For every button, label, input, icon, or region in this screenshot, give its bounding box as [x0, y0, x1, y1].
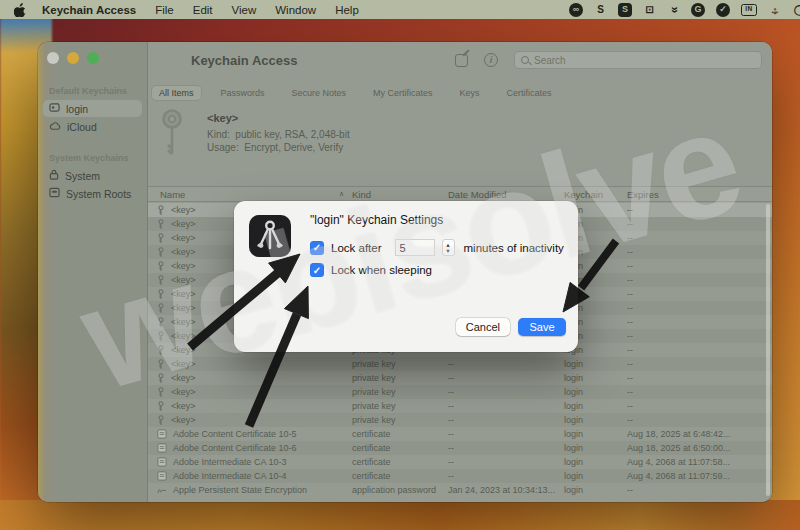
item-name: <key>	[171, 275, 196, 285]
cell-expires: --	[627, 415, 772, 425]
item-name: Adobe Content Certificate 10-6	[173, 443, 297, 453]
screenshot-icon[interactable]: ⊡	[643, 3, 656, 17]
key-icon	[157, 415, 165, 426]
double-chevron-down-icon[interactable]: «	[667, 3, 681, 16]
menu-item-help[interactable]: Help	[335, 4, 359, 16]
key-icon	[157, 261, 165, 272]
menu-app-name[interactable]: Keychain Access	[42, 4, 136, 16]
tab-all-items[interactable]: All Items	[152, 86, 201, 100]
item-name: <key>	[171, 345, 196, 355]
cell-date-modified: --	[448, 415, 564, 425]
column-header-keychain[interactable]: Keychain	[564, 189, 627, 200]
verified-check-icon[interactable]: ✓	[716, 3, 730, 17]
minutes-input[interactable]: 5	[395, 239, 435, 256]
save-button[interactable]: Save	[518, 318, 566, 336]
item-name: <key>	[171, 205, 196, 215]
item-name: <key>	[171, 289, 196, 299]
tab-secure-notes[interactable]: Secure Notes	[285, 86, 354, 100]
item-name: Apple Persistent State Encryption	[173, 485, 307, 495]
key-icon	[157, 401, 165, 412]
menu-item-view[interactable]: View	[232, 4, 257, 16]
minutes-stepper[interactable]: ▲▼	[442, 239, 455, 256]
cell-date-modified: --	[448, 471, 564, 481]
cell-keychain: login	[564, 373, 627, 383]
tab-passwords[interactable]: Passwords	[214, 86, 272, 100]
table-row[interactable]: <key>private key--login--	[148, 399, 772, 413]
lock-after-checkbox[interactable]: ✓	[310, 241, 324, 255]
cell-name: Adobe Intermediate CA 10-3	[148, 457, 352, 467]
stream-s-icon[interactable]: S	[618, 3, 632, 17]
sidebar-item-system[interactable]: System	[43, 167, 142, 184]
cell-date-modified: --	[448, 387, 564, 397]
cancel-button[interactable]: Cancel	[456, 318, 510, 336]
minimize-button[interactable]	[67, 52, 79, 64]
detail-usage-label: Usage:	[207, 142, 239, 153]
desktop: Keychain Access FileEditViewWindowHelp ∞…	[0, 0, 800, 530]
table-row[interactable]: <key>private key--login--	[148, 413, 772, 427]
tab-certificates[interactable]: Certificates	[500, 86, 559, 100]
lock-sleep-checkbox[interactable]: ✓	[310, 263, 324, 277]
table-row[interactable]: Adobe Content Certificate 10-6certificat…	[148, 441, 772, 455]
key-icon	[157, 289, 165, 300]
column-header-expires[interactable]: Expires	[627, 189, 772, 200]
item-name: <key>	[171, 233, 196, 243]
table-row[interactable]: Apple Persistent State Encryptionapplica…	[148, 483, 772, 497]
column-header-name[interactable]: Name∧	[148, 189, 352, 200]
detail-item-name: <key>	[207, 112, 350, 126]
menu-item-edit[interactable]: Edit	[193, 4, 213, 16]
expand-arrows-icon[interactable]: ↔↕	[768, 3, 782, 17]
cell-keychain: login	[564, 415, 627, 425]
item-name: <key>	[171, 401, 196, 411]
sidebar-section-title: System Keychains	[38, 153, 147, 166]
table-row[interactable]: Adobe Intermediate CA 10-3certificate--l…	[148, 455, 772, 469]
cell-expires: Aug 18, 2025 at 6:50:00...	[627, 443, 772, 453]
key-icon	[157, 205, 165, 216]
column-header-date-modified[interactable]: Date Modified	[448, 189, 564, 200]
category-tabs: All ItemsPasswordsSecure NotesMy Certifi…	[148, 85, 772, 101]
sidebar-item-login[interactable]: login	[43, 100, 142, 117]
close-button[interactable]	[47, 52, 59, 64]
detail-kind-label: Kind:	[207, 129, 230, 140]
tab-my-certificates[interactable]: My Certificates	[366, 86, 440, 100]
large-key-icon	[157, 108, 187, 184]
new-item-icon[interactable]	[455, 54, 468, 67]
table-row[interactable]: Adobe Intermediate CA 10-4certificate--l…	[148, 469, 772, 483]
clipped-circle-icon[interactable]: ◯	[793, 3, 800, 17]
sidebar-section-title: Default Keychains	[38, 86, 147, 99]
adobe-creative-cloud-icon[interactable]: ∞	[569, 3, 583, 17]
table-row[interactable]: <key>private key--login--	[148, 385, 772, 399]
apple-menu-icon[interactable]	[14, 3, 26, 17]
grammarly-g-icon[interactable]: G	[691, 3, 705, 17]
menu-item-window[interactable]: Window	[275, 4, 316, 16]
cell-expires: --	[627, 317, 772, 327]
sidebar-item-system-roots[interactable]: System Roots	[43, 185, 142, 202]
cell-kind: certificate	[352, 443, 448, 453]
menu-items: Keychain Access FileEditViewWindowHelp	[42, 4, 359, 16]
linkedin-icon[interactable]: IN	[741, 4, 757, 16]
cell-kind: certificate	[352, 471, 448, 481]
item-detail-header: <key> Kind: public key, RSA, 2,048-bit U…	[148, 104, 772, 184]
column-header-kind[interactable]: Kind	[352, 189, 448, 200]
scrollbar[interactable]	[766, 204, 770, 496]
zoom-button[interactable]	[87, 52, 99, 64]
key-icon	[157, 275, 165, 286]
item-name: Adobe Intermediate CA 10-4	[173, 471, 287, 481]
cell-kind: private key	[352, 415, 448, 425]
cell-expires: --	[627, 261, 772, 271]
item-name: Adobe Content Certificate 10-5	[173, 429, 297, 439]
info-icon[interactable]: i	[484, 53, 498, 67]
table-row[interactable]: Adobe Content Certificate 10-5certificat…	[148, 427, 772, 441]
cell-expires: --	[627, 247, 772, 257]
table-row[interactable]: <key>private key--login--	[148, 371, 772, 385]
sidebar-item-icloud[interactable]: iCloud	[43, 118, 142, 135]
table-row[interactable]: <key>private key--login--	[148, 357, 772, 371]
shortcuts-s-icon[interactable]: S	[594, 3, 607, 17]
menu-item-file[interactable]: File	[155, 4, 174, 16]
login-keychain-icon	[49, 102, 60, 115]
item-name: <key>	[171, 247, 196, 257]
search-field[interactable]: Search	[514, 51, 762, 69]
item-name: <key>	[171, 373, 196, 383]
cell-keychain: login	[564, 401, 627, 411]
tab-keys[interactable]: Keys	[453, 86, 487, 100]
sidebar-item-label: iCloud	[67, 121, 97, 133]
